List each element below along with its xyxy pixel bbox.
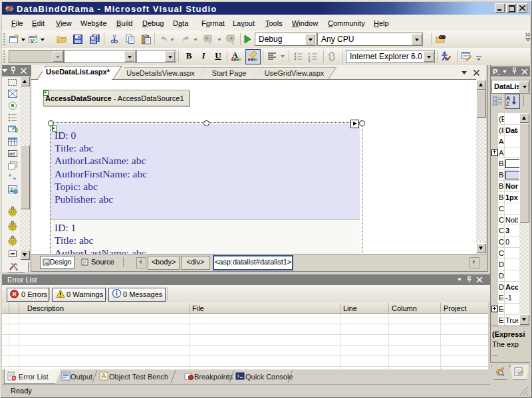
svg-text:abl: abl — [9, 151, 15, 156]
svg-text:Z: Z — [506, 100, 509, 106]
svg-text:A: A — [232, 50, 238, 60]
svg-text:3: 3 — [309, 58, 311, 62]
